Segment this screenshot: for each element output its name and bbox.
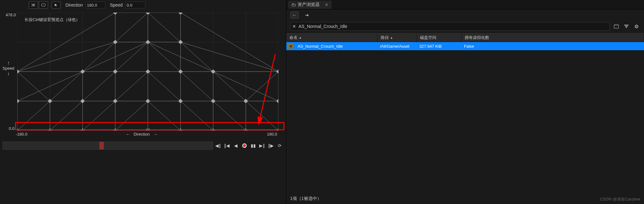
sort-ascending-icon: ▲ — [299, 36, 302, 39]
cell-name: AS_Normal_Crouch_Idle — [294, 43, 377, 50]
column-header-size[interactable]: 磁盘空间 — [417, 34, 462, 42]
svg-line-81 — [83, 42, 115, 72]
svg-rect-95 — [80, 128, 85, 131]
mode-button-group — [28, 1, 48, 9]
search-row: ✕ ⚙ — [286, 21, 644, 33]
svg-rect-96 — [113, 128, 117, 131]
column-header-row: 命名 ▲ 路径 ▲ 磁盘空间 拥有虚拟化数 — [286, 33, 644, 42]
play-reverse-button[interactable]: ◀ — [232, 142, 239, 149]
loop-button[interactable]: ⟳ — [276, 142, 283, 149]
svg-rect-98 — [178, 128, 183, 131]
grid-snap-button[interactable] — [29, 2, 38, 8]
select-button[interactable] — [52, 2, 60, 8]
speed-input[interactable] — [125, 2, 145, 8]
pause-button[interactable]: ▮▮ — [249, 142, 257, 149]
asset-browser-panel: 🗀 资产浏览器 ✕ ← ➔ ✕ ⚙ 命名 ▲ 路径 ▲ 磁盘空间 拥有虚拟化数 … — [286, 0, 644, 204]
svg-rect-110 — [276, 99, 278, 103]
nav-row: ← ➔ — [286, 9, 644, 21]
nav-forward-button[interactable]: ➔ — [303, 11, 311, 19]
forward-fast-button[interactable]: ∥▶ — [267, 142, 275, 149]
column-header-path[interactable]: 路径 ▲ — [378, 34, 417, 42]
x-axis-label: ← Direction → — [126, 132, 158, 137]
status-bar: 1项（1被选中） — [286, 193, 644, 204]
svg-line-67 — [148, 101, 181, 131]
folder-icon: 🗀 — [291, 2, 296, 7]
svg-line-84 — [181, 42, 213, 72]
svg-line-73 — [83, 72, 115, 101]
search-input[interactable] — [299, 24, 608, 29]
svg-line-66 — [115, 101, 148, 131]
svg-line-80 — [17, 42, 115, 72]
asset-row[interactable]: ▦ AS_Normal_Crouch_Idle /All/Game/Asset … — [286, 42, 644, 50]
svg-line-90 — [17, 72, 50, 101]
arrow-down-icon: ↓ — [3, 71, 14, 76]
asset-type-icon: ▦ — [288, 44, 293, 49]
svg-rect-100 — [244, 128, 248, 131]
svg-rect-128 — [614, 25, 619, 28]
playhead[interactable] — [99, 142, 104, 149]
record-button[interactable] — [241, 142, 248, 149]
settings-icon[interactable]: ⚙ — [633, 23, 640, 30]
svg-rect-99 — [211, 128, 215, 131]
save-icon[interactable] — [613, 23, 620, 30]
arrow-left-icon: ← — [126, 132, 130, 137]
svg-line-68 — [181, 101, 213, 131]
svg-line-87 — [148, 13, 181, 42]
svg-line-85 — [181, 42, 278, 72]
svg-line-69 — [213, 101, 246, 131]
svg-line-72 — [50, 72, 83, 101]
svg-line-82 — [115, 42, 148, 72]
svg-line-86 — [115, 13, 148, 42]
svg-rect-0 — [42, 4, 45, 6]
blendspace-panel: Direction Speed 476.0 0.0 ↑ Speed ↓ 长按Ct… — [0, 0, 286, 204]
svg-line-77 — [213, 72, 246, 101]
close-tab-icon[interactable]: ✕ — [325, 2, 328, 7]
blendspace-grid-svg — [17, 13, 278, 131]
y-axis-label: ↑ Speed ↓ — [3, 60, 14, 76]
arrow-up-icon: ↑ — [3, 60, 14, 66]
column-header-name[interactable]: 命名 ▲ — [286, 34, 378, 42]
blendspace-graph[interactable]: 476.0 0.0 ↑ Speed ↓ 长按Ctrl键设置预览点（绿色） -18… — [0, 10, 286, 136]
y-axis-min: 0.0 — [9, 126, 14, 131]
label-button[interactable] — [39, 2, 48, 8]
svg-line-63 — [17, 101, 50, 131]
column-header-virtual[interactable]: 拥有虚拟化数 — [462, 34, 644, 42]
svg-line-65 — [83, 101, 115, 131]
svg-rect-102 — [17, 99, 20, 103]
svg-rect-122 — [146, 13, 150, 15]
timeline-scrubber[interactable] — [3, 142, 213, 150]
speed-label: Speed — [110, 3, 122, 8]
playback-buttons: ◀∥ ∥◀ ◀ ▮▮ ▶∥ ∥▶ ⟳ — [214, 142, 283, 149]
x-axis-max: 180.0 — [267, 132, 277, 137]
nav-back-button[interactable]: ← — [290, 11, 299, 19]
step-back-button[interactable]: ∥◀ — [223, 142, 231, 149]
direction-label: Direction — [65, 3, 83, 8]
svg-line-78 — [246, 72, 278, 101]
clear-search-icon[interactable]: ✕ — [292, 24, 296, 29]
search-box[interactable]: ✕ — [290, 22, 610, 31]
select-button-group — [51, 1, 61, 9]
cell-size: 327.947 KiB — [416, 43, 461, 50]
watermark: CSDN @涂欢Caroline — [600, 196, 640, 202]
step-forward-button[interactable]: ▶∥ — [258, 142, 266, 149]
svg-line-83 — [148, 42, 181, 72]
blendspace-toolbar: Direction Speed — [0, 0, 286, 10]
playback-bar: ◀∥ ∥◀ ◀ ▮▮ ▶∥ ∥▶ ⟳ — [3, 140, 283, 151]
tab-bar: 🗀 资产浏览器 ✕ — [286, 0, 644, 9]
x-axis-min: -180.0 — [16, 132, 27, 137]
direction-input[interactable] — [85, 2, 105, 8]
cell-virtual: False — [461, 43, 644, 50]
reverse-fast-button[interactable]: ◀∥ — [214, 142, 222, 149]
arrow-right-icon: → — [154, 132, 158, 137]
y-axis-max: 476.0 — [6, 13, 16, 17]
svg-line-64 — [50, 101, 83, 131]
tab-label: 资产浏览器 — [298, 2, 320, 8]
cell-path: /All/Game/Asset — [377, 43, 416, 50]
svg-line-76 — [181, 72, 213, 101]
svg-line-70 — [246, 101, 278, 131]
sort-ascending-icon: ▲ — [390, 36, 393, 39]
tab-asset-browser[interactable]: 🗀 资产浏览器 ✕ — [288, 1, 332, 9]
filter-icon[interactable] — [623, 23, 630, 30]
svg-line-75 — [148, 72, 181, 101]
svg-line-74 — [115, 72, 148, 101]
